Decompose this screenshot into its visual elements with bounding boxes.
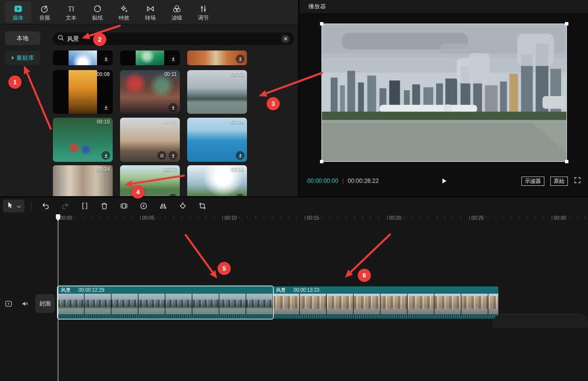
fullscreen-icon[interactable] xyxy=(574,177,581,185)
sidebar-item-library[interactable]: 素材库 xyxy=(5,51,40,65)
timeline-panel: 00:0000:0500:1000:1500:2000:2500:30 封面 风… xyxy=(0,198,588,381)
adjust-icon xyxy=(198,4,208,14)
track-preview-icon[interactable] xyxy=(0,300,17,308)
sidebar-item-local[interactable]: 本地 xyxy=(5,31,40,45)
original-button[interactable]: 原始 xyxy=(550,177,568,186)
library-thumb[interactable]: 00:14 xyxy=(187,118,247,162)
tab-effects[interactable]: 特效 xyxy=(111,1,137,23)
play-button[interactable] xyxy=(439,176,449,186)
download-icon[interactable] xyxy=(169,151,177,160)
time-separator: | xyxy=(342,178,343,184)
tab-filter-label: 滤镜 xyxy=(172,15,182,21)
clear-search-icon[interactable] xyxy=(281,35,290,43)
search-input[interactable] xyxy=(67,35,278,42)
clip-name: 风景 xyxy=(61,287,71,294)
download-icon[interactable] xyxy=(236,194,245,196)
freeze-frame-button[interactable] xyxy=(114,200,134,212)
video-handle[interactable] xyxy=(565,160,568,163)
mute-track-icon[interactable] xyxy=(17,300,33,308)
thumb-duration: 00:08 xyxy=(164,119,177,125)
tab-audio[interactable]: 音频 xyxy=(31,1,58,23)
tab-sticker-label: 贴纸 xyxy=(92,15,103,21)
undo-button[interactable] xyxy=(36,200,55,212)
library-thumb[interactable]: 00:17 xyxy=(120,165,180,196)
clip-filmstrip xyxy=(58,294,273,314)
clip-audio-strip xyxy=(58,314,273,319)
timeline-ruler[interactable]: 00:0000:0500:1000:1500:2000:2500:30 xyxy=(0,214,588,224)
current-time: 00:00:00:00 xyxy=(307,178,338,184)
mirror-button[interactable] xyxy=(153,200,173,212)
download-icon[interactable] xyxy=(236,54,245,63)
library-thumb[interactable]: 00:08 xyxy=(120,118,180,162)
app-window: 媒体 音频 TI 文本 贴纸 特效 转场 xyxy=(0,0,588,381)
library-thumb[interactable]: 00:08 xyxy=(53,70,113,114)
local-label: 本地 xyxy=(17,34,28,43)
tab-adjust[interactable]: 调节 xyxy=(190,1,217,23)
top-tab-bar: 媒体 音频 TI 文本 贴纸 特效 转场 xyxy=(0,0,298,25)
tab-transition-label: 转场 xyxy=(145,15,156,21)
library-thumb[interactable] xyxy=(187,51,247,65)
thumb-image xyxy=(69,51,98,65)
library-thumb[interactable]: 00:14 xyxy=(187,165,247,196)
clip-duration: 00:00:13:23 xyxy=(294,287,319,293)
library-thumb[interactable]: 00:14 xyxy=(53,165,113,196)
download-icon[interactable] xyxy=(169,194,177,196)
thumb-duration: 00:14 xyxy=(231,167,244,172)
library-thumb[interactable]: 00:11 xyxy=(120,70,180,114)
reverse-button[interactable] xyxy=(134,200,153,212)
search-icon xyxy=(57,34,64,43)
video-handle[interactable] xyxy=(320,160,323,163)
thumb-duration: 00:11 xyxy=(164,72,177,77)
svg-text:TI: TI xyxy=(68,5,74,13)
player-video[interactable] xyxy=(321,24,567,162)
library-thumb[interactable]: 00:10 xyxy=(53,118,113,162)
clip-audio-strip xyxy=(273,314,498,319)
delete-button[interactable] xyxy=(95,200,114,212)
thumb-duration: 00:13 xyxy=(231,72,244,77)
player-controls: 00:00:00:00 | 00:00:26:22 示波器 原始 xyxy=(299,173,588,189)
media-panel: 媒体 音频 TI 文本 贴纸 特效 转场 xyxy=(0,0,298,196)
download-icon[interactable] xyxy=(169,103,177,112)
rotate-button[interactable] xyxy=(173,200,193,212)
playhead[interactable] xyxy=(56,214,60,381)
tab-media[interactable]: 媒体 xyxy=(5,1,31,23)
thumb-duration: 00:08 xyxy=(97,72,110,77)
triangle-right-icon xyxy=(11,54,15,61)
video-handle[interactable] xyxy=(320,22,323,25)
library-thumb[interactable] xyxy=(53,51,113,65)
favorite-star-icon[interactable] xyxy=(157,151,166,160)
download-icon[interactable] xyxy=(101,54,110,63)
video-frame-cityscape xyxy=(322,24,566,161)
timeline-clip-2[interactable]: 风景 00:00:13:23 xyxy=(273,286,498,319)
cover-button[interactable]: 封面 xyxy=(35,294,55,313)
clip-duration: 00:00:12:29 xyxy=(78,287,104,293)
download-icon[interactable] xyxy=(101,103,110,112)
library-thumb[interactable]: 00:13 xyxy=(187,70,247,114)
tab-media-label: 媒体 xyxy=(13,15,24,21)
redo-button[interactable] xyxy=(55,200,75,212)
crop-button[interactable] xyxy=(193,200,212,212)
download-icon[interactable] xyxy=(169,54,177,63)
thumb-duration: 00:17 xyxy=(164,167,177,172)
player-header: 播放器 xyxy=(299,0,588,14)
split-button[interactable] xyxy=(75,200,95,212)
toolbar-divider xyxy=(31,202,31,210)
tab-text-label: 文本 xyxy=(66,15,76,21)
media-icon xyxy=(13,4,23,14)
timeline-toolbar xyxy=(3,199,212,213)
timeline-clip-1[interactable]: 风景 00:00:12:29 xyxy=(58,286,273,319)
tab-audio-label: 音频 xyxy=(39,15,50,21)
library-thumb[interactable] xyxy=(120,51,180,65)
download-icon[interactable] xyxy=(101,151,110,160)
tab-filter[interactable]: 滤镜 xyxy=(164,1,190,23)
select-tool-button[interactable] xyxy=(3,200,24,212)
video-handle[interactable] xyxy=(565,22,568,25)
thumb-image xyxy=(136,51,165,65)
scope-button[interactable]: 示波器 xyxy=(521,177,544,186)
player-panel: 播放器 xyxy=(299,0,588,196)
text-icon: TI xyxy=(66,4,76,14)
download-icon[interactable] xyxy=(236,151,245,160)
tab-sticker[interactable]: 贴纸 xyxy=(84,1,111,23)
tab-transition[interactable]: 转场 xyxy=(137,1,164,23)
tab-text[interactable]: TI 文本 xyxy=(58,1,84,23)
